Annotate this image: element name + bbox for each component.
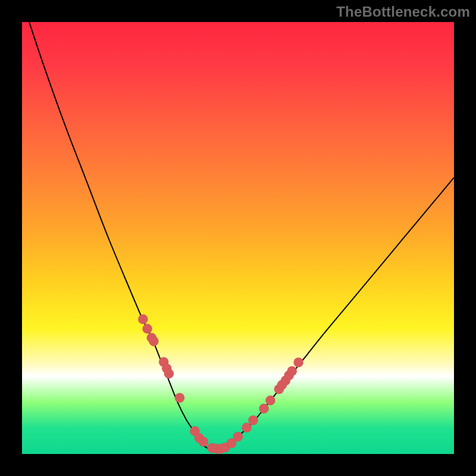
data-point	[233, 432, 243, 441]
bottleneck-curve	[26, 13, 454, 450]
data-point	[147, 333, 156, 343]
data-point	[175, 393, 184, 402]
data-point	[287, 366, 297, 375]
data-point	[199, 437, 208, 446]
data-point	[142, 324, 152, 333]
chart-container: TheBottleneck.com	[0, 0, 476, 476]
data-point	[248, 415, 258, 425]
scatter-dots	[138, 314, 303, 453]
data-point	[259, 404, 268, 414]
watermark-text: TheBottleneck.com	[336, 4, 470, 20]
data-point	[164, 369, 174, 378]
data-point	[138, 314, 148, 324]
data-point	[265, 396, 275, 405]
data-point	[293, 358, 303, 367]
plot-svg	[22, 22, 454, 454]
plot-area	[22, 22, 454, 454]
